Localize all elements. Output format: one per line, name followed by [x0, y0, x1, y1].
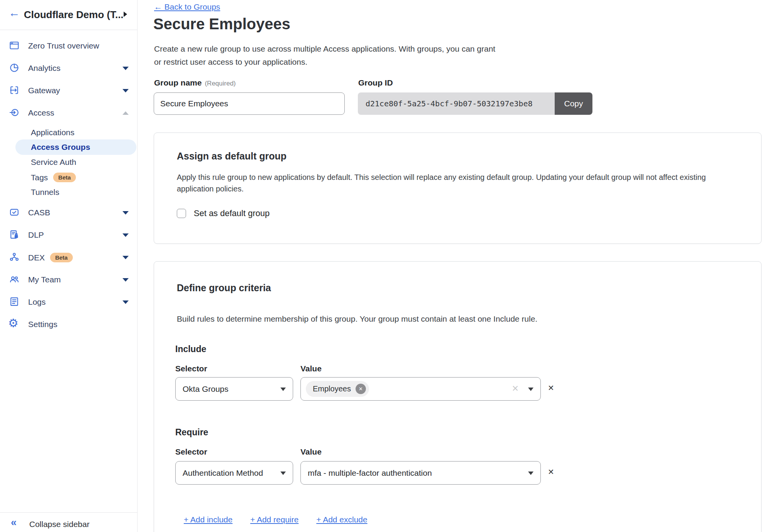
remove-require-row-button[interactable]: ✕ [548, 467, 554, 477]
sidebar-item-access[interactable]: Access [0, 102, 137, 124]
collapse-sidebar-label: Collapse sidebar [29, 520, 89, 529]
include-value-multiselect[interactable]: Employees ✕ ✕ [300, 377, 541, 401]
sidebar-item-applications[interactable]: Applications [0, 125, 137, 140]
sidebar-item-label: DEXBeta [28, 253, 73, 262]
sidebar-item-tags[interactable]: TagsBeta [0, 170, 137, 185]
card-body: Apply this rule group to new application… [177, 171, 735, 195]
dropdown-caret-icon [280, 388, 286, 391]
caret-right-icon [124, 12, 127, 17]
access-icon [9, 107, 20, 118]
sidebar-item-my-team[interactable]: My Team [0, 269, 137, 291]
sidebar: ← Cloudflare Demo (T... Zero Trust overv… [0, 0, 138, 532]
collapse-chevrons-icon: « [11, 517, 17, 528]
group-id-value: d21ce80f-5a25-4bcf-9b07-5032197e3be8 [358, 92, 555, 115]
analytics-icon [9, 62, 20, 73]
sidebar-subitem-label: Access Groups [31, 143, 90, 152]
checkbox[interactable] [177, 209, 186, 218]
chevron-down-icon[interactable] [122, 67, 129, 70]
selector-label: Selector [175, 447, 207, 456]
chevron-down-icon[interactable] [122, 89, 129, 92]
sidebar-subitem-label: Tunnels [31, 188, 59, 197]
dropdown-caret-icon [528, 472, 533, 475]
chevron-down-icon[interactable] [122, 256, 129, 259]
account-switcher[interactable]: ← Cloudflare Demo (T... [0, 0, 137, 30]
include-selector-dropdown[interactable]: Okta Groups [175, 377, 293, 401]
casb-icon [9, 207, 20, 218]
sidebar-item-casb[interactable]: CASB [0, 201, 137, 224]
group-id-label: Group ID [358, 78, 393, 87]
back-to-groups-link[interactable]: ← Back to Groups [154, 2, 220, 12]
collapse-sidebar-button[interactable]: « Collapse sidebar [0, 512, 137, 532]
dropdown-caret-icon [528, 388, 533, 391]
sidebar-item-label: Logs [28, 297, 46, 307]
sidebar-divider [0, 30, 137, 30]
sidebar-item-analytics[interactable]: Analytics [0, 57, 137, 79]
add-exclude-link[interactable]: + Add exclude [316, 515, 367, 524]
chip-label: Employees [313, 384, 351, 393]
chip-remove-icon[interactable]: ✕ [356, 384, 366, 394]
chevron-down-icon[interactable] [122, 211, 129, 215]
logs-icon [9, 296, 20, 307]
dlp-icon [9, 229, 20, 240]
require-value-dropdown[interactable]: mfa - multiple-factor authentication [300, 461, 541, 485]
include-heading: Include [175, 344, 206, 354]
sidebar-subitem-label: TagsBeta [31, 173, 76, 182]
value-label: Value [300, 364, 322, 373]
chevron-down-icon[interactable] [122, 278, 129, 282]
remove-include-row-button[interactable]: ✕ [548, 383, 554, 393]
require-selector-dropdown[interactable]: Authentication Method [175, 461, 293, 485]
main-content: ← Back to Groups Secure Employees Create… [137, 0, 770, 532]
dropdown-caret-icon [280, 472, 286, 475]
card-title: Define group criteria [177, 282, 271, 294]
chevron-up-icon[interactable] [122, 111, 129, 115]
beta-badge: Beta [53, 173, 76, 182]
sidebar-item-label: CASB [28, 208, 50, 217]
overview-icon [9, 40, 20, 51]
card-body: Build rules to determine membership of t… [177, 313, 735, 325]
set-default-checkbox-row[interactable]: Set as default group [177, 208, 270, 218]
group-name-input[interactable] [154, 92, 345, 115]
card-title: Assign as default group [177, 151, 287, 162]
group-name-label: Group name(Required) [154, 78, 236, 87]
account-name: Cloudflare Demo (T... [24, 9, 124, 21]
sidebar-item-zero-trust-overview[interactable]: Zero Trust overview [0, 35, 137, 57]
selector-label: Selector [175, 364, 207, 373]
sidebar-item-label: Access [28, 108, 54, 117]
sidebar-item-label: DLP [28, 230, 44, 240]
sidebar-item-tunnels[interactable]: Tunnels [0, 185, 137, 200]
dex-icon [9, 252, 20, 262]
group-id-field: d21ce80f-5a25-4bcf-9b07-5032197e3be8 Cop… [358, 92, 592, 115]
sidebar-item-dlp[interactable]: DLP [0, 224, 137, 246]
sidebar-item-access-groups[interactable]: Access Groups [15, 139, 136, 155]
default-group-card: Assign as default group Apply this rule … [154, 133, 762, 244]
required-hint: (Required) [205, 80, 236, 87]
sidebar-item-label: Settings [28, 320, 57, 329]
clear-selection-icon[interactable]: ✕ [512, 384, 519, 394]
value-chip: Employees ✕ [306, 381, 369, 397]
criteria-card: Define group criteria Build rules to det… [154, 261, 762, 532]
add-include-link[interactable]: + Add include [184, 515, 233, 524]
selected-option: mfa - multiple-factor authentication [308, 468, 432, 478]
chevron-down-icon[interactable] [122, 300, 129, 304]
sidebar-item-logs[interactable]: Logs [0, 291, 137, 313]
copy-button[interactable]: Copy [555, 92, 592, 115]
sidebar-item-label: Gateway [28, 86, 60, 95]
require-heading: Require [175, 427, 208, 438]
back-arrow-icon[interactable]: ← [8, 7, 20, 18]
sidebar-item-label: Analytics [28, 64, 60, 73]
chevron-down-icon[interactable] [122, 233, 129, 237]
sidebar-item-gateway[interactable]: Gateway [0, 79, 137, 102]
sidebar-item-service-auth[interactable]: Service Auth [0, 154, 137, 170]
add-require-link[interactable]: + Add require [250, 515, 299, 524]
value-label: Value [300, 447, 322, 456]
sidebar-item-dex[interactable]: DEXBeta [0, 246, 137, 269]
selected-option: Okta Groups [183, 384, 228, 394]
selected-option: Authentication Method [183, 468, 263, 478]
sidebar-subitem-label: Applications [31, 128, 74, 137]
sidebar-item-settings[interactable]: ⚙ Settings [0, 313, 137, 336]
team-icon [9, 274, 20, 285]
sidebar-item-label: Zero Trust overview [28, 41, 99, 50]
sidebar-subitem-label: Service Auth [31, 158, 76, 167]
beta-badge: Beta [50, 253, 73, 262]
gateway-icon [9, 85, 20, 96]
